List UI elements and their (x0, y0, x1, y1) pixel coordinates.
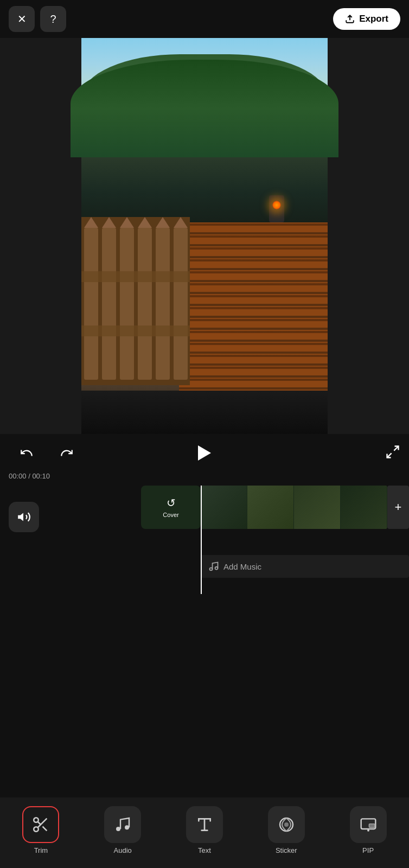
audio-icon-wrap (104, 806, 141, 843)
tool-pip[interactable]: PIP (327, 806, 409, 854)
cover-icon: ↺ (167, 496, 176, 509)
undo-redo-area (9, 442, 85, 464)
pip-label: PIP (362, 846, 374, 854)
video-segment-3 (294, 486, 341, 529)
time-display: 00:00 / 00:10 (9, 472, 50, 480)
svg-rect-14 (81, 271, 190, 282)
svg-point-34 (367, 829, 369, 831)
pip-icon-wrap (350, 806, 387, 843)
video-frame (81, 38, 328, 434)
fullscreen-button[interactable] (385, 444, 400, 462)
play-triangle-icon (198, 445, 211, 461)
scissors-icon (31, 815, 50, 834)
tool-trim[interactable]: Trim (0, 806, 82, 854)
add-music-label: Add Music (223, 562, 261, 571)
music-note-icon (208, 561, 219, 572)
text-label: Text (198, 846, 211, 854)
scene-lantern (269, 195, 284, 222)
undo-icon (20, 446, 34, 460)
text-icon-wrap (186, 806, 223, 843)
cover-thumbnail[interactable]: ↺ Cover (141, 486, 201, 529)
svg-line-17 (387, 453, 392, 457)
svg-rect-7 (174, 228, 188, 380)
timeline-area: 00:00 · 00:02 · ↺ Cover + Add Mus (0, 486, 409, 594)
video-segment-4 (341, 486, 387, 529)
add-segment-button[interactable]: + (387, 486, 409, 529)
svg-point-21 (34, 818, 39, 822)
center-space (0, 594, 409, 797)
playback-controls (0, 434, 409, 472)
sticker-label: Sticker (276, 846, 297, 854)
trim-label: Trim (34, 846, 48, 854)
svg-line-16 (394, 446, 398, 450)
add-music-button[interactable]: Add Music (201, 555, 409, 578)
svg-point-31 (284, 822, 289, 827)
tool-sticker[interactable]: Sticker (245, 806, 327, 854)
tool-audio[interactable]: Audio (82, 806, 164, 854)
svg-point-26 (116, 827, 120, 831)
fullscreen-icon (385, 444, 400, 459)
timeline-playhead (201, 486, 202, 594)
top-bar: ✕ ? Export (0, 0, 409, 38)
undo-button[interactable] (9, 442, 44, 464)
scene-ground (81, 391, 328, 434)
svg-point-19 (210, 568, 213, 571)
svg-rect-15 (81, 326, 190, 336)
total-time: 00:10 (32, 472, 50, 480)
time-sep: / (27, 472, 33, 480)
play-button[interactable] (182, 441, 227, 465)
bottom-toolbar: Trim Audio Text (0, 797, 409, 868)
top-left-buttons: ✕ ? (9, 6, 66, 32)
sticker-icon-wrap (268, 806, 305, 843)
redo-button[interactable] (49, 442, 85, 464)
redo-icon (60, 446, 74, 460)
add-segment-icon: + (395, 500, 402, 514)
audio-button[interactable] (9, 502, 39, 532)
video-segment-1 (201, 486, 247, 529)
svg-line-25 (38, 821, 41, 824)
trim-icon-wrap (22, 806, 59, 843)
svg-marker-18 (18, 513, 23, 521)
cover-label: Cover (163, 512, 178, 518)
svg-rect-5 (138, 228, 152, 380)
current-time: 00:00 (9, 472, 27, 480)
svg-point-22 (34, 827, 39, 832)
svg-point-20 (215, 567, 218, 570)
music-icon (114, 816, 131, 833)
help-button[interactable]: ? (40, 6, 66, 32)
audio-label: Audio (114, 846, 132, 854)
sticker-icon (278, 816, 295, 833)
svg-rect-33 (369, 824, 375, 827)
tool-text[interactable]: Text (164, 806, 246, 854)
scene-fence-svg (81, 217, 190, 385)
svg-rect-2 (84, 228, 98, 380)
scene-wall (179, 222, 328, 391)
svg-line-24 (43, 826, 47, 831)
speaker-icon (17, 510, 31, 524)
video-preview (0, 38, 409, 434)
close-button[interactable]: ✕ (9, 6, 35, 32)
video-segment-2 (247, 486, 294, 529)
text-icon (196, 816, 213, 833)
svg-rect-6 (156, 228, 170, 380)
pip-icon (360, 816, 377, 833)
svg-point-27 (125, 825, 129, 829)
export-icon (345, 14, 355, 24)
export-button[interactable]: Export (333, 8, 400, 30)
svg-rect-4 (120, 228, 134, 380)
video-strip[interactable] (201, 486, 387, 529)
svg-rect-3 (102, 228, 116, 380)
scene-trees (81, 54, 328, 163)
